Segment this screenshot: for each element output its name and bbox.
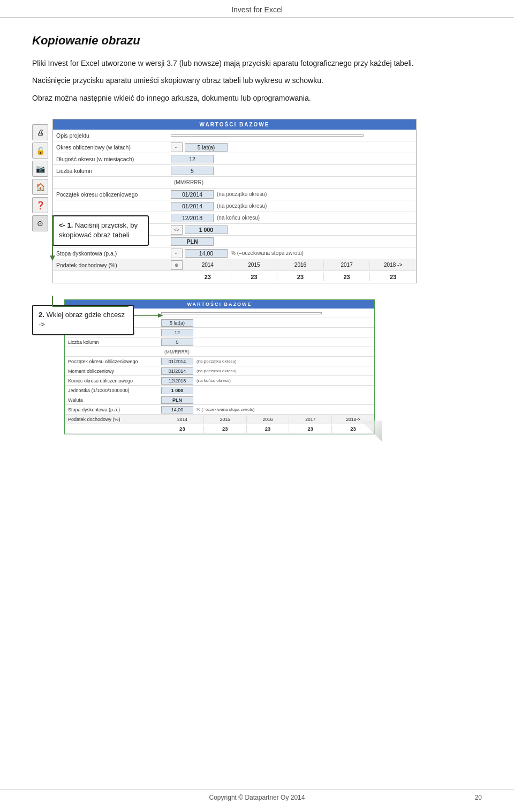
year-header: 2015 <box>231 261 278 269</box>
tax-cell: 23 <box>204 425 247 433</box>
row-label: Liczba kolumn <box>53 167 171 175</box>
row-label <box>65 428 161 430</box>
circle-icon[interactable]: ⊙ <box>32 215 48 231</box>
tax-cell: 23 <box>324 273 371 281</box>
page-header: Invest for Excel <box>0 0 514 18</box>
table-row: Waluta PLN <box>65 395 374 405</box>
row-value: 5 <box>161 339 193 346</box>
year-header: 2016 <box>277 261 324 269</box>
row-value: 01/2014 <box>161 367 193 375</box>
row-value: 5 lat(a) <box>185 143 228 152</box>
row-value: 5 <box>171 167 214 175</box>
page-footer: Copyright © Datapartner Oy 2014 <box>0 789 514 801</box>
callout1-content: <- 1. Naciśnij przycisk, by skopiować ob… <box>59 221 138 239</box>
table-row: Początek okresu obliczeniowego 01/2014 (… <box>53 189 416 200</box>
row-label: Koniec okresu obliczeniowego <box>65 377 161 385</box>
row-value: 14,00 <box>185 249 228 258</box>
table1-header: WARTOŚCI BAZOWE <box>53 119 416 130</box>
table-row: Okres obliczeniowy (w latach) ··· 5 lat(… <box>53 141 416 153</box>
row-value: 12 <box>171 155 214 163</box>
row-label: Jednostka (1/1000/1000000) <box>65 387 161 394</box>
control-button[interactable]: ··· <box>171 142 183 152</box>
year-headers: 2014 2015 2016 2017 2018-> <box>161 416 374 423</box>
row-label <box>53 182 171 184</box>
row-value <box>171 134 364 137</box>
control-button[interactable]: ··· <box>171 249 183 258</box>
year-header: 2015 <box>204 416 247 423</box>
year-header: 2017 <box>289 416 332 423</box>
row-label <box>53 276 171 278</box>
spacer <box>171 272 183 282</box>
year-header-row: Podatek dochodowy (%) 2014 2015 2016 201… <box>65 415 374 424</box>
row-value: 12 <box>161 329 193 336</box>
row-label: Początek okresu obliczeniowego <box>65 358 161 365</box>
tax-cell: 23 <box>161 425 204 433</box>
lock-icon[interactable]: 🔒 <box>32 142 48 159</box>
row-value <box>161 312 322 314</box>
page-title: Kopiowanie obrazu <box>32 34 482 48</box>
question-icon[interactable]: ❓ <box>32 197 48 213</box>
table-row: Jednostka (1/1000/1000000) 1 000 <box>65 386 374 395</box>
table-row: Długość okresu (w miesiącach) 12 <box>53 153 416 165</box>
row-note: % (=oczekiwana stopa zwrotu) <box>196 407 255 412</box>
callout2-content: 2. Wklej obraz gdzie chcesz -> <box>39 311 125 328</box>
tax-cell: 23 <box>277 273 324 281</box>
tax-values: 23 23 23 23 23 <box>185 273 416 281</box>
year-header-row: Podatek dochodowy (%) ⊕ 2014 2015 2016 2… <box>53 259 416 271</box>
row-value: 12/2018 <box>171 214 214 222</box>
control-button[interactable]: ⊕ <box>171 260 183 270</box>
year-header: 2014 <box>161 416 204 423</box>
camera-icon[interactable]: 📷 <box>32 161 48 177</box>
row-value: 01/2014 <box>171 202 214 210</box>
row-label: Podatek dochodowy (%) <box>53 261 171 269</box>
callout1: <- 1. Naciśnij przycisk, by skopiować ob… <box>52 215 149 245</box>
home-icon[interactable]: 🏠 <box>32 179 48 195</box>
row-value: PLN <box>171 237 214 246</box>
row-note: (na początku okresu) <box>196 359 237 364</box>
row-note: (na końcu okresu) <box>196 378 231 383</box>
tax-cell: 23 <box>289 425 332 433</box>
year-header: 2017 <box>324 261 371 269</box>
year-header: 2016 <box>247 416 290 423</box>
row-note: (na początku okresu) <box>217 191 267 197</box>
tax-values: 23 23 23 23 23 <box>161 425 374 433</box>
row-label <box>53 205 171 207</box>
sidebar-icons: 🖨 🔒 📷 🏠 ❓ ⊙ <box>32 124 48 231</box>
row-note: % (=oczekiwana stopa zwrotu) <box>231 250 304 256</box>
row-label: Liczba kolumn <box>65 339 161 346</box>
table-row: (MM/RRRR) <box>65 347 374 357</box>
row-value: 5 lat(a) <box>161 319 193 327</box>
format-note: (MM/RRRR) <box>164 349 190 355</box>
table-row: 01/2014 (na początku okresu) <box>53 200 416 212</box>
control-button[interactable]: <> <box>171 225 183 235</box>
year-header: 2018 -> <box>370 261 416 269</box>
row-label: Długość okresu (w miesiącach) <box>53 155 171 163</box>
row-label: Moment obliczeniowy <box>65 367 161 375</box>
row-label: Początek okresu obliczeniowego <box>53 190 171 199</box>
row-label: Stopa dyskontowa (p.a.) <box>65 406 161 413</box>
row-value: 01/2014 <box>171 190 214 199</box>
header-title: Invest for Excel <box>231 5 283 14</box>
row-note: (na początku okresu) <box>217 203 267 209</box>
page-number: 20 <box>475 794 482 801</box>
callout2: 2. Wklej obraz gdzie chcesz -> <box>32 305 134 335</box>
row-value: 01/2014 <box>161 358 193 365</box>
tax-cell: 23 <box>185 273 231 281</box>
intro-para2: Naciśnięcie przycisku aparatu umieści sk… <box>32 74 482 86</box>
tax-row: 23 23 23 23 23 <box>65 424 374 434</box>
table-row: Początek okresu obliczeniowego 01/2014 (… <box>65 357 374 366</box>
table-row: Opis projektu <box>53 130 416 141</box>
section2-diagram: 2. Wklej obraz gdzie chcesz -> WARTOŚCI … <box>32 299 482 434</box>
tax-row: 23 23 23 23 23 <box>53 271 416 283</box>
intro-para3: Obraz można następnie wkleić do innego a… <box>32 92 482 104</box>
footer-text: Copyright © Datapartner Oy 2014 <box>209 794 305 801</box>
row-value: 12/2018 <box>161 377 193 385</box>
printer-icon[interactable]: 🖨 <box>32 124 48 140</box>
tax-cell: 23 <box>370 273 416 281</box>
format-note: (MM/RRRR) <box>174 179 203 185</box>
table-row: Liczba kolumn 5 <box>53 165 416 177</box>
year-headers: 2014 2015 2016 2017 2018 -> <box>185 261 416 269</box>
page-content: Kopiowanie obrazu Pliki Invest for Excel… <box>0 18 514 483</box>
table-row: (MM/RRRR) <box>53 177 416 189</box>
diagram1: 🖨 🔒 📷 🏠 ❓ ⊙ WARTOŚCI BAZOWE Opis projekt… <box>32 119 482 283</box>
